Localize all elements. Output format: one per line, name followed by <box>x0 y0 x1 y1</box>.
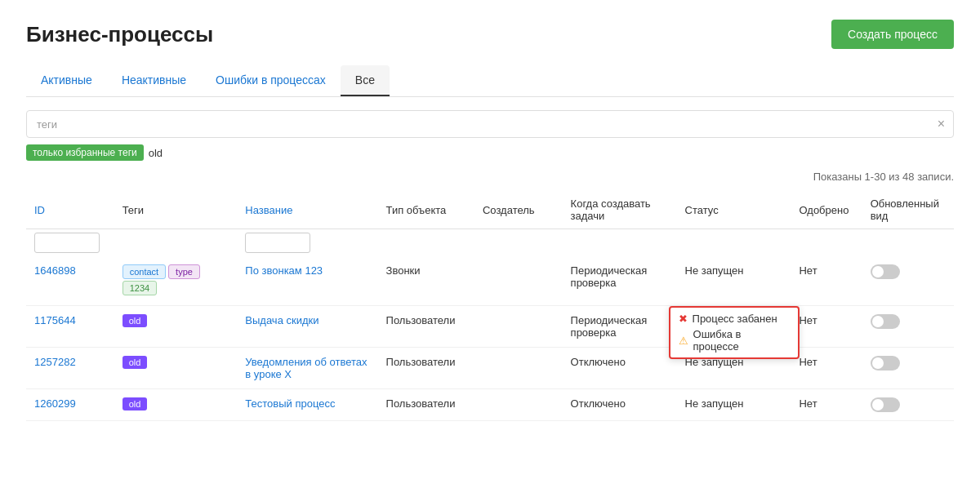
row-id-link[interactable]: 1257282 <box>34 356 76 368</box>
tag-badge-old[interactable]: old <box>122 314 148 327</box>
row-object-type: Пользователи <box>378 389 474 421</box>
tab-inactive[interactable]: Неактивные <box>107 65 201 96</box>
tag-filter-label: только избранные теги <box>26 144 144 161</box>
row-toggle[interactable] <box>871 314 900 329</box>
table-row: 1175644oldВыдача скидкиПользователиПерио… <box>26 306 954 348</box>
row-tags: old <box>114 389 238 421</box>
row-name-link[interactable]: По звонкам 123 <box>245 264 323 277</box>
status-banned-item: ✖Процесс забанен <box>679 313 790 325</box>
table-row: 1260299oldТестовый процессПользователиОт… <box>26 389 954 421</box>
row-name-link[interactable]: Уведомления об ответах в уроке X <box>245 356 367 380</box>
row-id-link[interactable]: 1646898 <box>34 264 76 277</box>
row-name-link[interactable]: Выдача скидки <box>245 314 318 326</box>
row-status: Не запущен✖Процесс забанен⚠Ошибка в проц… <box>677 306 791 348</box>
table-header-row: ID Теги Название Тип объекта Создатель К… <box>26 191 954 229</box>
tag-badge-contact[interactable]: contact <box>122 264 166 279</box>
row-status: Не запущен <box>677 256 791 306</box>
row-toggle[interactable] <box>871 356 900 371</box>
row-object-type: Пользователи <box>378 348 474 389</box>
row-name-link[interactable]: Тестовый процесс <box>245 397 335 410</box>
col-header-approved: Одобрено <box>791 191 862 229</box>
row-creator <box>474 348 563 389</box>
page-title: Бизнес-процессы <box>26 22 213 47</box>
tags-clear-button[interactable]: × <box>938 117 945 131</box>
row-object-type: Звонки <box>378 256 474 306</box>
tab-errors[interactable]: Ошибки в процессах <box>201 65 341 96</box>
tag-filter-value: old <box>149 147 163 159</box>
tab-active[interactable]: Активные <box>26 65 107 96</box>
table-row: 1646898contacttype1234По звонкам 123Звон… <box>26 256 954 306</box>
active-tags: только избранные теги old <box>26 144 954 161</box>
tag-badge-number[interactable]: 1234 <box>122 281 157 295</box>
status-popup: Не запущен✖Процесс забанен⚠Ошибка в проц… <box>685 314 744 326</box>
status-error-item: ⚠Ошибка в процессе <box>679 328 790 353</box>
col-header-updated: Обновленный вид <box>862 191 954 229</box>
tabs-bar: Активные Неактивные Ошибки в процессах В… <box>26 65 954 97</box>
row-id-link[interactable]: 1175644 <box>34 314 76 326</box>
row-creator <box>474 389 563 421</box>
processes-table: ID Теги Название Тип объекта Создатель К… <box>26 191 954 421</box>
tag-badge-type[interactable]: type <box>168 264 200 279</box>
row-when-create: Периодическая проверка <box>563 306 677 348</box>
row-tags: old <box>114 306 238 348</box>
banned-text: Процесс забанен <box>693 313 777 325</box>
row-approved: Нет <box>791 389 862 421</box>
tag-badge-old[interactable]: old <box>122 397 148 410</box>
col-header-tags: Теги <box>114 191 238 229</box>
tags-placeholder: теги <box>37 118 57 131</box>
row-tags: contacttype1234 <box>114 256 238 306</box>
row-when-create: Отключено <box>563 348 677 389</box>
row-creator <box>474 256 563 306</box>
row-toggle[interactable] <box>871 264 900 279</box>
row-status: Не запущен <box>677 389 791 421</box>
tag-badge-old[interactable]: old <box>122 356 148 369</box>
row-toggle[interactable] <box>871 397 900 412</box>
filter-id-input[interactable] <box>34 233 100 253</box>
row-when-create: Отключено <box>563 389 677 421</box>
banned-icon: ✖ <box>679 313 688 325</box>
col-header-creator: Создатель <box>474 191 563 229</box>
row-object-type: Пользователи <box>378 306 474 348</box>
row-id-link[interactable]: 1260299 <box>34 397 76 410</box>
col-header-name[interactable]: Название <box>237 191 377 229</box>
col-header-when: Когда создавать задачи <box>563 191 677 229</box>
tab-all[interactable]: Все <box>341 65 390 96</box>
col-header-status: Статус <box>677 191 791 229</box>
row-when-create: Периодическая проверка <box>563 256 677 306</box>
row-tags: old <box>114 348 238 389</box>
filter-section: теги × только избранные теги old <box>26 110 954 161</box>
filter-name-input[interactable] <box>245 233 310 253</box>
row-approved: Нет <box>791 348 862 389</box>
row-approved: Нет <box>791 306 862 348</box>
warning-icon: ⚠ <box>679 335 688 347</box>
row-creator <box>474 306 563 348</box>
tags-input-wrapper[interactable]: теги × <box>26 110 954 138</box>
error-text: Ошибка в процессе <box>693 328 790 353</box>
page-header: Бизнес-процессы Создать процесс <box>26 20 954 49</box>
table-filter-row <box>26 229 954 257</box>
records-info: Показаны 1-30 из 48 записи. <box>26 171 954 183</box>
col-header-id[interactable]: ID <box>26 191 114 229</box>
table-row: 1257282oldУведомления об ответах в уроке… <box>26 348 954 389</box>
col-header-object: Тип объекта <box>378 191 474 229</box>
status-tooltip: ✖Процесс забанен⚠Ошибка в процессе <box>669 306 800 359</box>
row-approved: Нет <box>791 256 862 306</box>
create-process-button[interactable]: Создать процесс <box>831 20 954 49</box>
